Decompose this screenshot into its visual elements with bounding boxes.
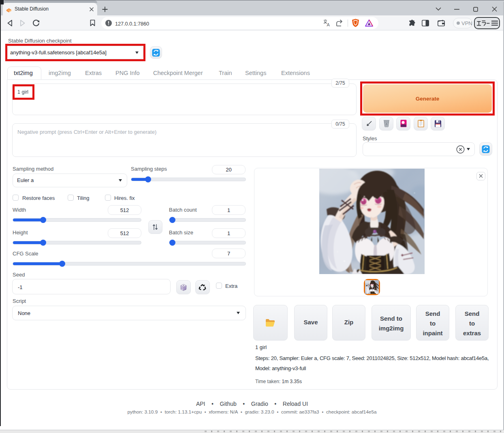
svg-text:A: A (327, 22, 330, 27)
